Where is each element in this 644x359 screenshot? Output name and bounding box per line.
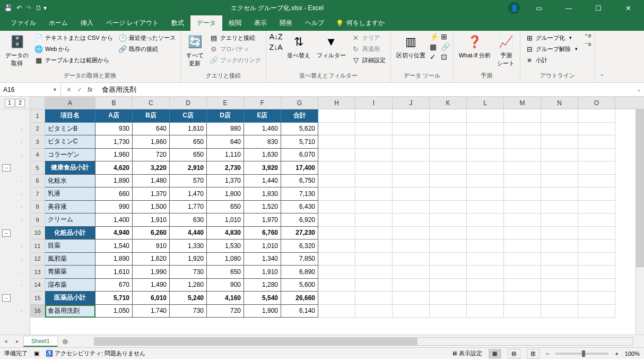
cell[interactable] [355, 201, 393, 214]
cell[interactable]: 健康食品小計 [45, 161, 95, 175]
cell[interactable]: A店 [95, 109, 133, 123]
cell[interactable] [393, 187, 430, 201]
cell[interactable] [393, 292, 430, 305]
cell[interactable] [430, 123, 467, 136]
cell[interactable]: 1,520 [244, 201, 281, 214]
cell[interactable] [578, 135, 615, 149]
cell[interactable] [318, 240, 355, 253]
tell-me-search[interactable]: 💡何をしますか [330, 15, 390, 31]
cell[interactable]: 1,530 [207, 240, 244, 253]
cell[interactable] [393, 213, 430, 227]
cell[interactable] [393, 161, 430, 175]
whatif-button[interactable]: ❓ What-If 分析 [457, 32, 493, 61]
advanced-filter-button[interactable]: ▽詳細設定 [350, 55, 387, 65]
cell[interactable] [467, 279, 504, 292]
cell[interactable]: 4,620 [95, 161, 133, 175]
cell[interactable]: 910 [133, 240, 170, 253]
cell[interactable] [578, 201, 615, 214]
refresh-all-button[interactable]: 🔄 すべて 更新 [184, 32, 206, 69]
cell[interactable] [393, 175, 430, 188]
cell[interactable]: 990 [95, 201, 133, 214]
cell[interactable]: 1,730 [95, 135, 133, 149]
cell[interactable]: 目薬 [45, 240, 95, 253]
zoom-out-button[interactable]: − [546, 351, 549, 357]
cell[interactable] [504, 149, 541, 162]
clear-filter-button[interactable]: ✕クリア [350, 32, 387, 43]
sort-button[interactable]: ⇅ 並べ替え [285, 32, 312, 61]
cell[interactable]: 1,900 [244, 305, 281, 318]
macro-record-icon[interactable]: ▣ [34, 350, 39, 357]
cell[interactable]: 6,750 [281, 175, 318, 188]
cell[interactable]: 630 [170, 213, 207, 227]
cell[interactable]: 1,890 [95, 253, 133, 266]
cell[interactable] [318, 292, 355, 305]
outline-collapse-button[interactable]: − [2, 294, 11, 302]
cell[interactable] [393, 227, 430, 240]
cell[interactable]: 1,620 [133, 253, 170, 266]
cell[interactable] [355, 292, 393, 305]
formula-input[interactable]: 食器用洗剤 [98, 85, 633, 95]
cell[interactable]: 1,110 [207, 149, 244, 162]
menu-ページ レイアウト[interactable]: ページ レイアウト [100, 15, 165, 31]
cell[interactable]: 6,010 [133, 292, 170, 305]
cell[interactable] [318, 279, 355, 292]
cell[interactable] [578, 175, 615, 188]
get-data-button[interactable]: 🗄️ データの 取得 [3, 32, 31, 69]
col-header-F[interactable]: F [244, 97, 281, 109]
row-header-4[interactable]: 4 [30, 149, 45, 162]
cell[interactable] [578, 227, 615, 240]
cell[interactable]: 医薬品小計 [45, 292, 95, 305]
cell[interactable]: 1,630 [244, 149, 281, 162]
cell[interactable] [541, 240, 578, 253]
cell[interactable] [504, 213, 541, 227]
cell[interactable]: 1,340 [244, 253, 281, 266]
col-header-N[interactable]: N [541, 97, 578, 109]
cell[interactable] [430, 227, 467, 240]
cell[interactable] [504, 161, 541, 175]
cell[interactable] [318, 201, 355, 214]
group-button[interactable]: ⊞グループ化▾ [524, 32, 579, 43]
user-avatar[interactable]: 👤 [508, 2, 520, 14]
col-header-L[interactable]: L [467, 97, 504, 109]
cell[interactable]: 660 [95, 187, 133, 201]
cell[interactable]: 合計 [281, 109, 318, 123]
cell[interactable] [430, 292, 467, 305]
cell[interactable]: 乳液 [45, 187, 95, 201]
existing-conn-button[interactable]: 🔗既存の接続 [117, 44, 177, 54]
page-layout-view-button[interactable]: ▤ [508, 349, 520, 358]
cell[interactable] [541, 305, 578, 318]
cell[interactable]: 1,470 [170, 187, 207, 201]
cell[interactable]: 3,920 [244, 161, 281, 175]
cell[interactable]: 900 [207, 279, 244, 292]
outline-level-1[interactable]: 1 [5, 99, 14, 107]
cell[interactable]: 650 [170, 135, 207, 149]
sort-asc-button[interactable]: A↓Z [269, 32, 283, 41]
cell[interactable] [355, 175, 393, 188]
cell[interactable]: 6,430 [281, 201, 318, 214]
cell[interactable] [393, 201, 430, 214]
cell[interactable] [355, 227, 393, 240]
row-header-9[interactable]: 9 [30, 213, 45, 227]
cell[interactable] [393, 305, 430, 318]
cell[interactable]: 570 [170, 175, 207, 188]
cell[interactable]: 17,400 [281, 161, 318, 175]
forecast-button[interactable]: 📈 予測 シート [495, 32, 517, 69]
cell[interactable] [430, 305, 467, 318]
select-all-corner[interactable] [30, 97, 45, 109]
cell[interactable]: 830 [244, 135, 281, 149]
row-header-16[interactable]: 16 [30, 305, 45, 318]
col-header-E[interactable]: E [207, 97, 244, 109]
tab-nav-prev-icon[interactable]: ◂ [0, 338, 12, 345]
name-box-dropdown-icon[interactable]: ▼ [53, 87, 57, 92]
sheet-tab[interactable]: Sheet1 [23, 336, 58, 347]
cell[interactable] [504, 123, 541, 136]
cell[interactable] [578, 266, 615, 279]
recent-sources-button[interactable]: 🕑最近使ったソース [117, 32, 177, 43]
cell[interactable] [318, 227, 355, 240]
cell[interactable]: E店 [244, 109, 281, 123]
page-break-view-button[interactable]: ▥ [527, 349, 539, 358]
cell[interactable] [467, 123, 504, 136]
cell[interactable]: 1,860 [133, 135, 170, 149]
close-icon[interactable]: ✕ [617, 4, 639, 12]
cell[interactable]: 5,540 [244, 292, 281, 305]
